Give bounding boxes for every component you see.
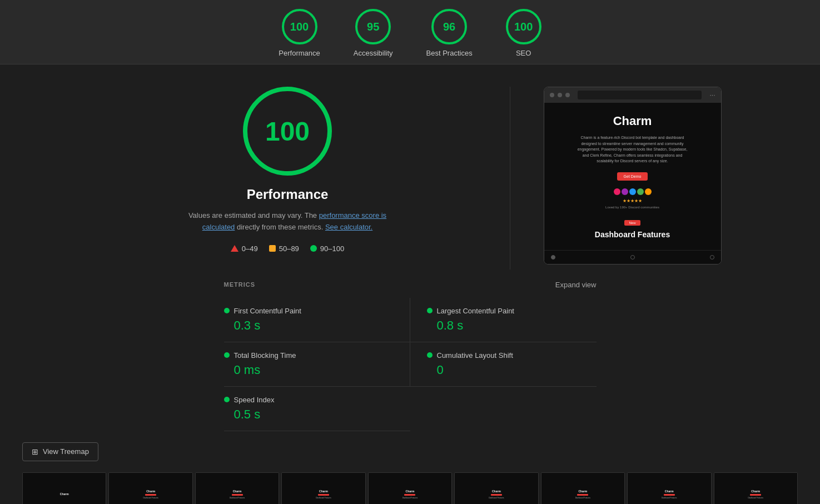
- legend-average: 50–89: [269, 244, 299, 253]
- main-content: 100 Performance Values are estimated and…: [77, 64, 744, 281]
- avatar-5: [645, 188, 652, 195]
- legend-pass: 90–100: [310, 244, 344, 253]
- screenshot-4: Charm Dashboard Features: [281, 472, 365, 504]
- metrics-title: METRICS: [224, 281, 256, 288]
- titlebar-dot-1: [550, 93, 554, 97]
- metrics-section: METRICS Expand view First Contentful Pai…: [202, 281, 619, 431]
- metric-name-fcp: First Contentful Paint: [234, 307, 301, 315]
- preview-logo: Charm: [613, 114, 652, 128]
- preview-nav-dots: [544, 250, 721, 264]
- metric-dot-si: [224, 397, 230, 402]
- metric-cls: Cumulative Layout Shift 0: [410, 342, 597, 387]
- metric-value-cls: 0: [427, 363, 597, 377]
- perf-description: Values are estimated and may vary. The p…: [187, 210, 387, 233]
- score-label-seo: SEO: [516, 49, 531, 57]
- score-label-performance: Performance: [279, 49, 320, 57]
- right-panel: ··· Charm Charm is a feature-rich Discor…: [544, 87, 722, 270]
- metric-dot-tbt: [224, 352, 230, 358]
- screenshot-3: Charm Dashboard Features: [195, 472, 279, 504]
- nav-dot-2[interactable]: [630, 255, 635, 260]
- website-preview: ··· Charm Charm is a feature-rich Discor…: [544, 87, 722, 265]
- screenshot-1: Charm: [22, 472, 106, 504]
- treemap-icon: ⊞: [32, 447, 38, 456]
- score-circle-performance: 100: [282, 9, 317, 44]
- legend-fail: 0–49: [231, 244, 258, 253]
- legend: 0–49 50–89 90–100: [231, 244, 344, 253]
- screenshot-6: Charm Dashboard Features: [454, 472, 538, 504]
- nav-dot-1[interactable]: [551, 255, 555, 260]
- screenshot-7: Charm Dashboard Features: [541, 472, 625, 504]
- metric-tbt: Total Blocking Time 0 ms: [224, 342, 410, 387]
- see-calculator-link[interactable]: See calculator.: [325, 223, 372, 231]
- fail-icon: [231, 245, 238, 252]
- preview-avatars: [614, 188, 652, 195]
- preview-titlebar: ···: [544, 87, 721, 103]
- metric-value-fcp: 0.3 s: [224, 318, 393, 333]
- pass-icon: [310, 245, 317, 252]
- left-panel: 100 Performance Values are estimated and…: [99, 87, 476, 270]
- metric-name-lcp: Largest Contentful Paint: [437, 307, 514, 315]
- metric-dot-cls: [427, 352, 433, 358]
- score-seo[interactable]: 100 SEO: [506, 9, 541, 57]
- avatar-2: [622, 188, 628, 195]
- score-label-accessibility: Accessibility: [354, 49, 393, 57]
- metrics-grid: First Contentful Paint 0.3 s Largest Con…: [224, 298, 597, 431]
- score-circle-seo: 100: [506, 9, 541, 44]
- metric-value-lcp: 0.8 s: [427, 318, 597, 333]
- preview-content: Charm Charm is a feature-rich Discord bo…: [544, 103, 721, 250]
- score-circle-accessibility: 95: [355, 9, 391, 44]
- metric-empty: [410, 387, 597, 431]
- screenshots-strip: Charm Charm Dashboard Features Charm Das…: [22, 472, 798, 504]
- metric-lcp: Largest Contentful Paint 0.8 s: [410, 298, 597, 342]
- screenshot-2: Charm Dashboard Features: [108, 472, 192, 504]
- metrics-header: METRICS Expand view: [224, 281, 597, 289]
- metric-dot-lcp: [427, 308, 433, 313]
- avatar-4: [637, 188, 644, 195]
- score-circle-best-practices: 96: [431, 9, 467, 44]
- preview-badge: New: [624, 220, 640, 226]
- nav-dot-3[interactable]: [710, 255, 714, 260]
- metric-value-si: 0.5 s: [224, 407, 394, 422]
- big-score-circle: 100: [243, 87, 332, 176]
- metric-name-cls: Cumulative Layout Shift: [437, 351, 513, 360]
- score-performance[interactable]: 100 Performance: [279, 9, 320, 57]
- metric-si: Speed Index 0.5 s: [224, 387, 410, 431]
- screenshot-8: Charm Dashboard Features: [627, 472, 711, 504]
- screenshot-9: Charm Dashboard Features: [714, 472, 798, 504]
- metric-name-si: Speed Index: [234, 396, 275, 404]
- preview-addressbar: [578, 91, 702, 99]
- titlebar-dot-3: [565, 93, 570, 97]
- screenshot-5: Charm Dashboard Features: [368, 472, 452, 504]
- metric-dot-fcp: [224, 308, 230, 313]
- preview-menu-icon: ···: [709, 91, 715, 99]
- metric-fcp: First Contentful Paint 0.3 s: [224, 298, 410, 342]
- preview-body-text: Charm is a feature-rich Discord bot temp…: [577, 135, 688, 164]
- perf-title: Performance: [247, 187, 329, 202]
- expand-view-button[interactable]: Expand view: [555, 281, 597, 289]
- metric-value-tbt: 0 ms: [224, 363, 393, 377]
- treemap-button[interactable]: ⊞ View Treemap: [22, 442, 98, 461]
- average-icon: [269, 245, 276, 252]
- metric-name-tbt: Total Blocking Time: [234, 351, 296, 360]
- preview-loved: Loved by 190+ Discord communities: [605, 206, 659, 209]
- scores-bar: 100 Performance 95 Accessibility 96 Best…: [0, 0, 820, 64]
- score-label-best-practices: Best Practices: [426, 49, 473, 57]
- panel-divider: [510, 87, 510, 270]
- preview-stars: ★★★★★: [623, 198, 642, 203]
- avatar-3: [629, 188, 636, 195]
- score-best-practices[interactable]: 96 Best Practices: [426, 9, 473, 57]
- preview-cta: Get Demo: [617, 172, 648, 181]
- score-accessibility[interactable]: 95 Accessibility: [354, 9, 393, 57]
- preview-features-title: Dashboard Features: [595, 230, 670, 239]
- avatar-1: [614, 188, 620, 195]
- titlebar-dot-2: [558, 93, 562, 97]
